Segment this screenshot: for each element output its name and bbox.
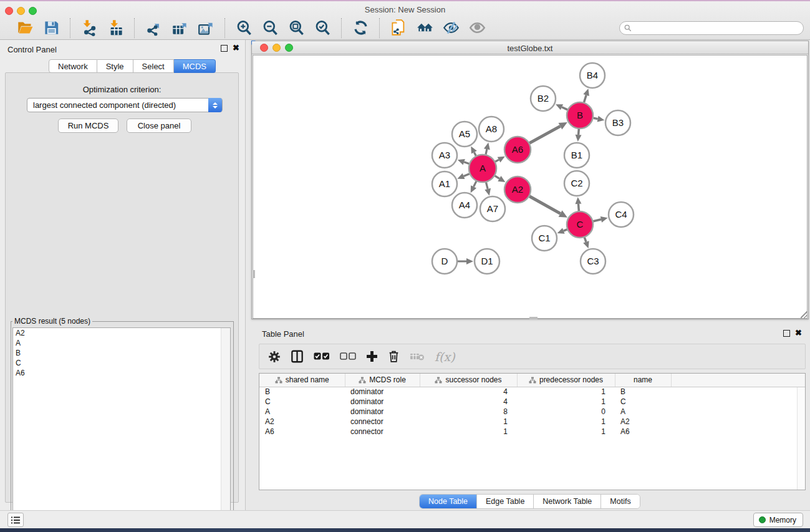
criterion-select[interactable]: largest connected component (directed)	[27, 98, 223, 112]
graph-edge-A2-C[interactable]	[529, 196, 560, 214]
open-session-button[interactable]	[14, 18, 36, 38]
table-row[interactable]: A6connector11A6	[259, 427, 805, 437]
graph-node-C3[interactable]: C3	[581, 249, 605, 274]
graph-node-A5[interactable]: A5	[452, 122, 477, 147]
zoom-selected-button[interactable]	[311, 18, 334, 38]
graph-edge-C-C4[interactable]	[593, 220, 601, 221]
graph-edge-A-A8[interactable]	[486, 149, 487, 154]
graph-node-A1[interactable]: A1	[432, 172, 457, 196]
graph-node-A6[interactable]: A6	[504, 137, 531, 163]
graph-node-B2[interactable]: B2	[531, 86, 556, 111]
graph-node-B4[interactable]: B4	[580, 63, 605, 88]
mcds-result-item[interactable]: C	[13, 358, 230, 368]
graph-node-C1[interactable]: C1	[532, 226, 557, 251]
graph-edge-A-A1[interactable]	[464, 174, 470, 177]
run-mcds-button[interactable]: Run MCDS	[58, 118, 118, 133]
task-history-button[interactable]	[7, 513, 24, 527]
graph-node-A8[interactable]: A8	[479, 117, 504, 142]
graph-node-D[interactable]: D	[432, 249, 457, 274]
save-session-button[interactable]	[40, 18, 62, 38]
refresh-button[interactable]	[349, 18, 372, 38]
table-cell[interactable]: B	[259, 387, 345, 397]
mcds-result-item[interactable]: A6	[13, 368, 230, 378]
table-cell[interactable]: connector	[345, 417, 420, 427]
table-cell[interactable]: A2	[615, 417, 671, 427]
graph-edge-A-A3[interactable]	[464, 162, 469, 164]
table-row[interactable]: A2connector11A2	[259, 417, 805, 427]
table-cell[interactable]: connector	[345, 427, 420, 437]
table-cell[interactable]: 0	[517, 407, 615, 417]
add-column-button[interactable]	[366, 347, 378, 366]
graph-node-A2[interactable]: A2	[504, 177, 531, 203]
column-header-name[interactable]: name	[615, 374, 671, 387]
graph-edge-B-B2[interactable]	[562, 107, 567, 110]
graph-node-C2[interactable]: C2	[564, 171, 589, 196]
import-network-button[interactable]	[78, 18, 100, 38]
table-cell[interactable]: B	[615, 387, 671, 397]
graph-node-A[interactable]: A	[469, 155, 496, 182]
table-cell[interactable]: 4	[420, 397, 517, 407]
memory-button[interactable]: Memory	[753, 513, 803, 527]
tab-style[interactable]: Style	[97, 59, 133, 73]
graph-node-A7[interactable]: A7	[480, 196, 505, 221]
canvas-vertical-scroll-thumb[interactable]	[253, 270, 255, 278]
close-panel-icon[interactable]: ✖	[233, 43, 239, 52]
table-cell[interactable]: 1	[517, 427, 615, 437]
function-builder-button[interactable]: f(x)	[435, 347, 455, 366]
table-cell[interactable]: C	[259, 397, 345, 407]
graph-edge-A-A2[interactable]	[495, 176, 499, 178]
column-header-MCDS-role[interactable]: MCDS role	[345, 374, 420, 387]
table-row[interactable]: Cdominator41C	[259, 397, 805, 407]
mcds-result-item[interactable]: B	[13, 348, 230, 358]
graph-edge-C-C3[interactable]	[584, 238, 586, 242]
tab-network-table[interactable]: Network Table	[534, 495, 601, 508]
close-panel-icon[interactable]: ✖	[795, 328, 802, 337]
deselect-all-button[interactable]	[340, 347, 356, 366]
graph-edge-B-B1[interactable]	[579, 129, 579, 135]
graph-edge-A-A4[interactable]	[474, 181, 476, 187]
tab-network[interactable]: Network	[49, 59, 97, 73]
table-cell[interactable]: C	[615, 397, 671, 407]
table-cell[interactable]: dominator	[345, 387, 420, 397]
export-network-button[interactable]	[142, 18, 165, 38]
graph-edge-A-A7[interactable]	[486, 182, 488, 189]
window-resize-grip[interactable]	[801, 311, 808, 318]
table-scrollbar[interactable]	[797, 387, 805, 490]
table-cell[interactable]: A6	[259, 427, 345, 437]
combo-stepper-icon[interactable]	[208, 98, 222, 112]
float-panel-icon[interactable]	[221, 45, 228, 52]
network-window-titlebar[interactable]: testGlobe.txt	[252, 41, 808, 54]
network-file-button[interactable]	[387, 18, 410, 38]
table-cell[interactable]: 1	[420, 417, 517, 427]
mcds-result-item[interactable]: A2	[13, 328, 230, 338]
graph-edge-C-C1[interactable]	[564, 230, 567, 231]
select-all-button[interactable]	[314, 347, 330, 366]
graph-edge-B-B4[interactable]	[584, 95, 587, 102]
close-panel-button[interactable]: Close panel	[127, 118, 191, 133]
hide-eye-button[interactable]	[440, 18, 462, 38]
graph-edge-A-A6[interactable]	[495, 160, 499, 162]
show-eye-button[interactable]	[466, 18, 488, 38]
table-cell[interactable]: 1	[517, 397, 615, 407]
table-row[interactable]: Adominator80A	[259, 407, 805, 417]
table-cell[interactable]: A	[259, 407, 345, 417]
home-button[interactable]	[413, 18, 436, 38]
table-cell[interactable]: 1	[517, 417, 615, 427]
delete-column-button[interactable]	[388, 347, 400, 366]
table-row[interactable]: Bdominator41B	[259, 387, 805, 397]
column-header-shared-name[interactable]: shared name	[259, 374, 345, 387]
table-cell[interactable]: A2	[259, 417, 345, 427]
mcds-result-list[interactable]: A2ABCA6	[12, 327, 231, 532]
tab-node-table[interactable]: Node Table	[420, 495, 477, 508]
graph-node-B[interactable]: B	[567, 102, 593, 128]
graph-node-B1[interactable]: B1	[564, 143, 589, 168]
table-cell[interactable]: 1	[517, 387, 615, 397]
graph-edge-B-B3[interactable]	[594, 118, 598, 118]
search-input[interactable]	[619, 21, 804, 35]
canvas-horizontal-scroll-thumb[interactable]	[529, 317, 538, 319]
zoom-out-button[interactable]	[259, 18, 281, 38]
graph-node-B3[interactable]: B3	[605, 110, 630, 135]
graph-node-C[interactable]: C	[567, 211, 593, 238]
show-columns-button[interactable]	[291, 347, 304, 366]
column-header-predecessor-nodes[interactable]: predecessor nodes	[517, 374, 615, 387]
